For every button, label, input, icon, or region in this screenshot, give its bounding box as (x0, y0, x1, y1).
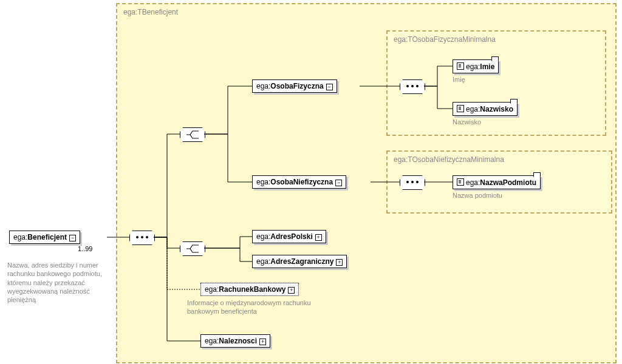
data-icon (457, 178, 464, 186)
sequence-compositor-fiz[interactable] (400, 79, 425, 94)
element-rachunek-bankowy[interactable]: ega:RachunekBankowy+ (200, 283, 299, 296)
type-label-fiz: ega:TOsobaFizycznaMinimalna (394, 35, 496, 44)
choice-compositor-person[interactable] (180, 127, 205, 142)
collapse-icon[interactable]: − (69, 235, 76, 241)
expand-icon[interactable]: + (315, 234, 322, 241)
collapse-icon[interactable]: − (335, 180, 342, 186)
expand-icon[interactable]: + (259, 339, 266, 345)
element-nazwisko[interactable]: ega:Nazwisko (453, 102, 518, 116)
element-imie[interactable]: ega:Imie (453, 59, 499, 73)
element-naleznosci[interactable]: ega:Naleznosci+ (200, 334, 270, 348)
element-nazwa-podmiotu[interactable]: ega:NazwaPodmiotu (453, 175, 541, 189)
prefix: ega: (13, 233, 27, 241)
tab-icon (491, 56, 499, 61)
doc-nazwisko: Nazwisko (453, 118, 481, 126)
data-icon (457, 62, 464, 70)
sequence-compositor-niefiz[interactable] (400, 175, 425, 190)
elem-name: Beneficjent (27, 233, 67, 241)
doc-rachunek: Informacje o międzynarodowym rachunku ba… (187, 298, 321, 316)
element-adres-polski[interactable]: ega:AdresPolski+ (252, 230, 326, 243)
type-label: ega:TBeneficjent (123, 8, 178, 16)
choice-icon (184, 129, 201, 141)
choice-compositor-address[interactable] (180, 241, 205, 256)
element-osoba-fizyczna[interactable]: ega:OsobaFizyczna− (252, 79, 337, 93)
sequence-compositor-main[interactable] (129, 231, 155, 245)
collapse-icon[interactable]: − (326, 84, 333, 90)
expand-icon[interactable]: + (288, 287, 295, 294)
tab-icon (533, 172, 541, 177)
choice-icon (184, 243, 201, 255)
doc-beneficjent: Nazwa, adres siedziby i numer rachunku b… (7, 261, 114, 304)
tab-icon (510, 99, 518, 104)
element-osoba-niefizyczna[interactable]: ega:OsobaNiefizyczna− (252, 175, 346, 189)
data-icon (457, 105, 464, 112)
element-beneficjent[interactable]: ega:Beneficjent− (9, 231, 80, 244)
doc-nazwa: Nazwa podmiotu (453, 191, 502, 200)
type-label-niefiz: ega:TOsobaNiefizycznaMinimalna (394, 155, 504, 164)
expand-icon[interactable]: + (336, 259, 343, 266)
element-adres-zagraniczny[interactable]: ega:AdresZagraniczny+ (252, 255, 347, 268)
doc-imie: Imię (453, 75, 465, 84)
occurrence: 1..99 (78, 245, 92, 252)
